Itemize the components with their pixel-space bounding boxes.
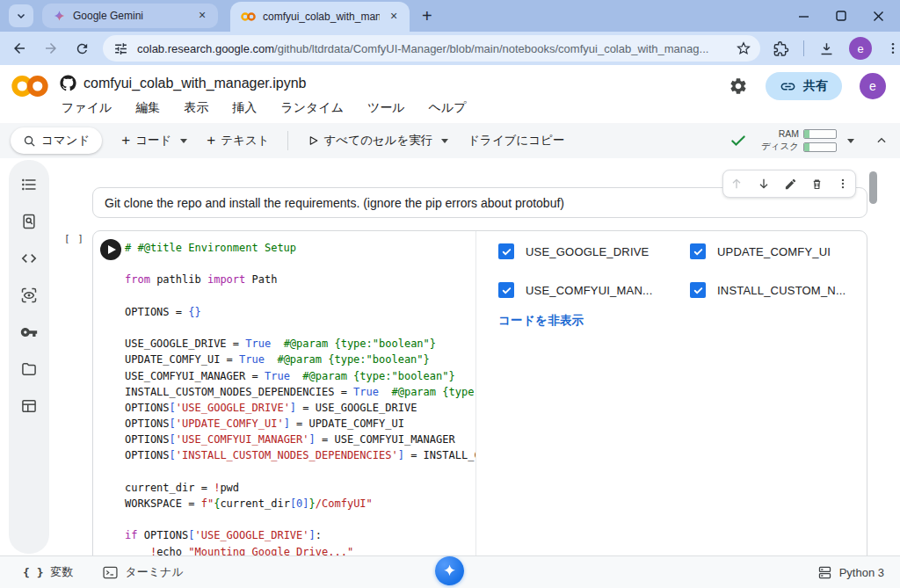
tab-close-icon[interactable]: × [387, 10, 401, 24]
code-editor[interactable]: # #@title Environment Setup from pathlib… [125, 240, 475, 555]
param-label: UPDATE_COMFY_UI [717, 245, 831, 258]
github-icon[interactable] [60, 75, 76, 91]
menu-runtime[interactable]: ランタイム [280, 100, 344, 116]
chevron-down-icon [16, 11, 26, 21]
tab-close-icon[interactable]: × [195, 9, 209, 23]
kernel-status[interactable]: Python 3 [817, 565, 900, 580]
browser-menu-kebab-icon[interactable] [886, 41, 900, 55]
run-cell-button[interactable] [100, 239, 121, 260]
code-line: USE_COMFYUI_MANAGER = True #@param {type… [125, 368, 475, 384]
params-form-pane: USE_GOOGLE_DRIVE UPDATE_COMFY_UI USE_COM… [475, 231, 867, 555]
link-icon [780, 78, 796, 95]
back-icon [11, 40, 27, 56]
checkbox-checked-icon[interactable] [690, 282, 706, 298]
gemini-assistant-button[interactable] [435, 556, 464, 585]
checkbox-checked-icon[interactable] [498, 282, 514, 298]
colab-logo[interactable] [11, 74, 48, 98]
code-line: UPDATE_COMFY_UI = True #@param {type:"bo… [125, 352, 475, 367]
code-snippets-icon[interactable] [20, 250, 38, 267]
scan-eye-icon[interactable] [20, 287, 38, 304]
kernel-icon [817, 565, 832, 580]
chevron-down-icon[interactable] [180, 139, 187, 143]
terminal-button[interactable]: ターミナル [103, 564, 183, 580]
extensions-icon[interactable] [773, 40, 789, 57]
files-folder-icon[interactable] [20, 360, 38, 378]
terminal-icon [103, 566, 118, 579]
param-checkbox-use-google-drive[interactable]: USE_GOOGLE_DRIVE [498, 243, 649, 259]
add-code-button[interactable]: + コード [121, 133, 187, 149]
plus-icon: + [207, 134, 215, 147]
param-checkbox-install-custom-nodes[interactable]: INSTALL_CUSTOM_N... [690, 282, 846, 298]
maximize-button[interactable] [836, 11, 846, 21]
find-and-replace-icon[interactable] [20, 213, 38, 230]
add-text-button[interactable]: + テキスト [207, 133, 269, 149]
browser-toolbar: colab.research.google.com/github/ltdrdat… [0, 32, 900, 65]
share-label: 共有 [803, 78, 828, 94]
command-palette-button[interactable]: コマンド [11, 127, 102, 154]
reload-button[interactable] [71, 38, 92, 59]
minimize-button[interactable] [798, 11, 809, 22]
tune-icon[interactable] [113, 41, 128, 56]
browser-tab-strip: Google Gemini × comfyui_colab_with_manag… [0, 0, 900, 32]
hide-code-link[interactable]: コードを非表示 [498, 313, 584, 329]
code-line [125, 320, 475, 336]
status-bar: { } 変数 ターミナル Python 3 [0, 555, 900, 588]
new-tab-button[interactable]: + [422, 7, 432, 25]
sparkle-icon [442, 563, 457, 578]
data-table-icon[interactable] [20, 397, 38, 415]
ram-label: RAM [779, 128, 799, 139]
code-line: OPTIONS['USE_GOOGLE_DRIVE'] = USE_GOOGLE… [125, 400, 475, 416]
resources-dropdown-icon[interactable] [847, 139, 854, 143]
download-icon[interactable] [818, 40, 835, 57]
tab-search-button[interactable] [9, 4, 33, 27]
param-checkbox-use-comfyui-manager[interactable]: USE_COMFYUI_MAN... [498, 282, 652, 298]
tab-colab-notebook[interactable]: comfyui_colab_with_manager.ip × [230, 2, 410, 32]
close-window-button[interactable] [873, 11, 884, 22]
scrollbar-thumb[interactable] [869, 171, 877, 204]
cell-toolbar [722, 170, 856, 198]
browser-profile-avatar[interactable]: e [849, 37, 872, 60]
delete-trash-icon[interactable] [810, 178, 824, 191]
forward-icon [43, 40, 59, 56]
collapse-toolbar-icon[interactable] [875, 134, 888, 147]
colab-favicon [241, 11, 256, 22]
notebook-filename[interactable]: comfyui_colab_with_manager.ipynb [83, 76, 306, 91]
forward-button[interactable] [40, 38, 62, 59]
run-all-button[interactable]: すべてのセルを実行 [308, 133, 449, 149]
window-controls [798, 11, 900, 22]
variables-button[interactable]: { } 変数 [23, 564, 73, 580]
table-of-contents-icon[interactable] [20, 176, 38, 193]
checkbox-checked-icon[interactable] [498, 243, 514, 259]
tab-google-gemini[interactable]: Google Gemini × [42, 4, 218, 28]
account-avatar[interactable]: e [860, 73, 886, 99]
menu-help[interactable]: ヘルプ [429, 100, 467, 116]
menu-insert[interactable]: 挿入 [232, 100, 257, 116]
bookmark-star-icon[interactable] [736, 40, 751, 56]
address-bar[interactable]: colab.research.google.com/github/ltdrdat… [103, 35, 760, 62]
code-cell[interactable]: # #@title Environment Setup from pathlib… [92, 230, 867, 555]
cell-menu-kebab-icon[interactable] [837, 178, 849, 190]
code-line: USE_GOOGLE_DRIVE = True #@param {type:"b… [125, 336, 475, 352]
code-line: OPTIONS['USE_COMFYUI_MANAGER'] = USE_COM… [125, 432, 475, 447]
edit-pencil-icon[interactable] [784, 178, 797, 191]
param-checkbox-update-comfy-ui[interactable]: UPDATE_COMFY_UI [690, 243, 831, 259]
connected-check-icon [729, 134, 747, 148]
play-icon [108, 245, 116, 254]
settings-gear-icon[interactable] [729, 76, 748, 96]
resource-monitor[interactable]: RAM ディスク [761, 128, 837, 153]
checkbox-checked-icon[interactable] [690, 243, 706, 259]
copy-to-drive-button[interactable]: ドライブにコピー [468, 133, 564, 149]
chevron-down-icon[interactable] [441, 139, 448, 143]
variables-label: 変数 [50, 564, 73, 580]
menu-view[interactable]: 表示 [184, 100, 208, 116]
menu-tools[interactable]: ツール [367, 100, 405, 116]
param-label: INSTALL_CUSTOM_N... [717, 284, 846, 297]
menu-edit[interactable]: 編集 [135, 100, 160, 116]
notebook-toolbar: コマンド + コード + テキスト すべてのセルを実行 ドライブにコピー RAM… [0, 123, 900, 158]
menu-file[interactable]: ファイル [62, 100, 112, 116]
share-button[interactable]: 共有 [766, 72, 842, 100]
secrets-key-icon[interactable] [20, 323, 38, 341]
move-cell-down-icon[interactable] [757, 177, 771, 191]
back-button[interactable] [9, 38, 30, 59]
move-cell-up-icon[interactable] [729, 177, 744, 191]
